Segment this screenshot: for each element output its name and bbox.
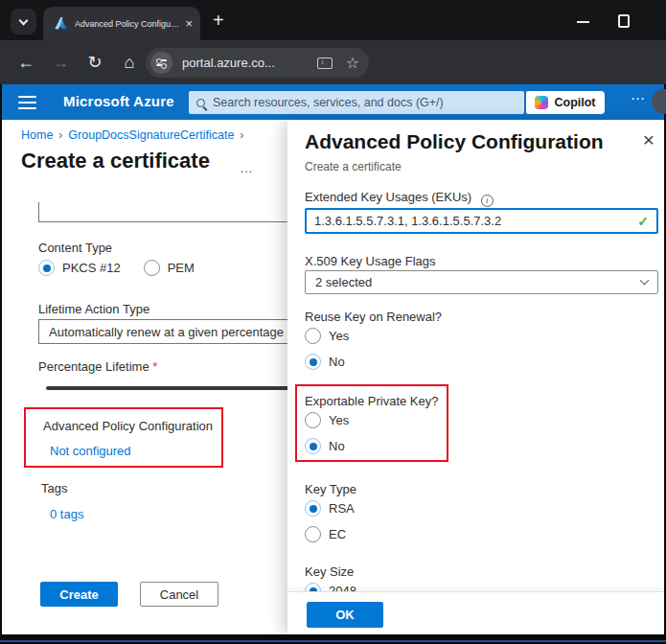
key-type-rsa-row: RSA [305, 500, 355, 517]
lifetime-action-label: Lifetime Action Type [38, 302, 149, 316]
radio-rsa[interactable] [305, 500, 321, 517]
search-placeholder: Search resources, services, and docs (G+… [213, 96, 444, 109]
copilot-icon [535, 96, 548, 109]
install-app-icon[interactable] [317, 58, 333, 69]
content-type-label: Content Type [38, 241, 112, 255]
exportable-key-label: Exportable Private Key? [305, 394, 438, 408]
page-title-more-button[interactable]: … [240, 160, 254, 175]
tags-link[interactable]: 0 tags [50, 507, 83, 521]
breadcrumb-separator: › [240, 128, 243, 142]
radio-pem[interactable] [144, 260, 160, 276]
avatar[interactable] [652, 89, 666, 114]
tab-close-icon[interactable]: × [185, 17, 193, 30]
radio-pem-label: PEM [168, 261, 195, 275]
exportable-yes-row: Yes [305, 412, 349, 428]
copilot-button[interactable]: Copilot [526, 91, 605, 114]
url-text[interactable]: portal.azure.co... [182, 56, 317, 70]
site-settings-icon[interactable] [150, 52, 172, 74]
window-minimize-button[interactable] [577, 21, 589, 23]
valid-check-icon: ✓ [637, 214, 649, 229]
key-usage-value: 2 selected [315, 275, 641, 289]
new-tab-button[interactable]: + [213, 10, 224, 32]
browser-window: Advanced Policy Configuration × + ← → ↻ … [0, 0, 666, 644]
breadcrumb-cert-link[interactable]: GroupDocsSignatureCertificate [68, 128, 234, 142]
tab-search-button[interactable] [11, 9, 36, 34]
tab-strip: Advanced Policy Configuration × + [0, 0, 666, 40]
breadcrumb: Home›GroupDocsSignatureCertificate› [21, 128, 249, 142]
browser-tab[interactable]: Advanced Policy Configuration × [43, 7, 200, 40]
back-icon[interactable]: ← [11, 40, 40, 84]
reuse-no-row: No [305, 354, 345, 370]
panel-subtitle: Create a certificate [305, 160, 402, 173]
panel-title: Advanced Policy Configuration [305, 130, 604, 153]
hamburger-menu-icon[interactable] [18, 96, 36, 109]
eku-value: 1.3.6.1.5.5.7.3.1, 1.3.6.1.5.5.7.3.2 [314, 214, 637, 228]
tags-label: Tags [41, 481, 67, 495]
forward-icon[interactable]: → [46, 40, 75, 84]
radio-reuse-yes[interactable] [305, 328, 321, 344]
bookmark-star-icon[interactable]: ☆ [346, 56, 359, 71]
key-size-label: Key Size [305, 564, 354, 579]
radio-exportable-no-label: No [329, 439, 345, 453]
eku-input[interactable]: 1.3.6.1.5.5.7.3.1, 1.3.6.1.5.5.7.3.2 ✓ [305, 208, 658, 234]
panel-close-icon[interactable]: × [643, 129, 655, 150]
radio-reuse-yes-label: Yes [329, 329, 349, 343]
percentage-lifetime-label: Percentage Lifetime * [38, 359, 157, 374]
azure-brand: Microsoft Azure [63, 93, 174, 109]
advanced-policy-label: Advanced Policy Configuration [43, 419, 213, 433]
slider-line [156, 59, 167, 61]
radio-exportable-no[interactable] [305, 438, 321, 454]
radio-pkcs12[interactable] [38, 260, 55, 276]
header-more-button[interactable]: … [621, 86, 655, 104]
radio-rsa-label: RSA [329, 501, 355, 516]
radio-exportable-yes[interactable] [305, 412, 321, 428]
not-configured-link[interactable]: Not configured [50, 444, 131, 458]
lifetime-action-select[interactable]: Automatically renew at a given percentag… [38, 319, 309, 344]
exportable-no-row: No [305, 438, 345, 454]
radio-ec[interactable] [305, 526, 321, 542]
browser-toolbar: ← → ↻ ⌂ portal.azure.co... ☆ [0, 40, 666, 84]
eku-label: Extended Key Usages (EKUs) i [305, 190, 494, 207]
highlight-box-advanced-policy [24, 407, 223, 468]
slider-line [156, 64, 167, 66]
create-button[interactable]: Create [40, 582, 118, 607]
key-usage-dropdown[interactable]: 2 selected [305, 270, 658, 294]
reuse-yes-row: Yes [305, 328, 349, 344]
required-asterisk: * [152, 359, 157, 374]
lifetime-action-value: Automatically renew at a given percentag… [49, 325, 289, 339]
info-icon[interactable]: i [481, 195, 494, 207]
page-content: Home›GroupDocsSignatureCertificate› Crea… [2, 120, 664, 634]
breadcrumb-separator: › [58, 128, 62, 142]
advanced-policy-panel: × Advanced Policy Configuration Create a… [287, 120, 664, 634]
copilot-label: Copilot [554, 96, 595, 109]
tab-title: Advanced Policy Configuration [75, 19, 179, 29]
azure-search-input[interactable]: Search resources, services, and docs (G+… [189, 91, 524, 114]
home-icon[interactable]: ⌂ [115, 40, 144, 84]
chevron-down-icon [19, 15, 29, 25]
chevron-down-icon [640, 276, 650, 286]
radio-exportable-yes-label: Yes [329, 413, 349, 427]
radio-pkcs12-label: PKCS #12 [62, 261, 121, 275]
key-type-label: Key Type [305, 482, 356, 496]
content-type-radios: PKCS #12 PEM [38, 260, 195, 276]
breadcrumb-home-link[interactable]: Home [21, 128, 53, 142]
partial-input-field[interactable] [38, 202, 309, 222]
radio-reuse-no-label: No [329, 355, 345, 369]
eku-label-text: Extended Key Usages (EKUs) [305, 190, 471, 204]
ok-button[interactable]: OK [307, 602, 383, 628]
refresh-icon[interactable]: ↻ [80, 40, 109, 84]
address-bar[interactable]: portal.azure.co... ☆ [146, 48, 369, 78]
radio-reuse-no[interactable] [305, 354, 321, 370]
reuse-key-label: Reuse Key on Renewal? [305, 310, 442, 324]
radio-ec-label: EC [329, 527, 346, 541]
key-type-ec-row: EC [305, 526, 346, 542]
percentage-lifetime-slider[interactable] [46, 386, 291, 390]
search-icon [196, 99, 205, 107]
cancel-button[interactable]: Cancel [140, 582, 218, 607]
azure-header: Microsoft Azure Search resources, servic… [2, 84, 664, 120]
percentage-lifetime-text: Percentage Lifetime [38, 359, 149, 374]
key-usage-label: X.509 Key Usage Flags [305, 254, 436, 268]
window-maximize-button[interactable] [618, 14, 630, 28]
window-bottom-accent [0, 640, 666, 642]
panel-footer: OK [287, 591, 664, 634]
